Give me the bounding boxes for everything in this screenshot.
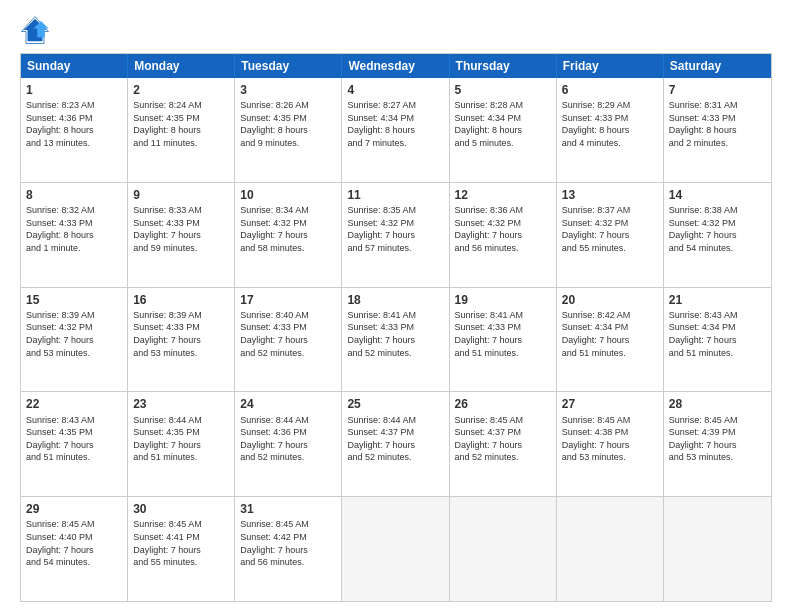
day-number: 3: [240, 82, 336, 98]
calendar-cell: 24Sunrise: 8:44 AM Sunset: 4:36 PM Dayli…: [235, 392, 342, 496]
day-number: 14: [669, 187, 766, 203]
calendar-cell: 4Sunrise: 8:27 AM Sunset: 4:34 PM Daylig…: [342, 78, 449, 182]
day-number: 26: [455, 396, 551, 412]
calendar-cell: 2Sunrise: 8:24 AM Sunset: 4:35 PM Daylig…: [128, 78, 235, 182]
calendar-header-cell: Thursday: [450, 54, 557, 78]
cell-text: Sunrise: 8:29 AM Sunset: 4:33 PM Dayligh…: [562, 99, 658, 149]
calendar-header-cell: Tuesday: [235, 54, 342, 78]
cell-text: Sunrise: 8:44 AM Sunset: 4:37 PM Dayligh…: [347, 414, 443, 464]
calendar-cell: 20Sunrise: 8:42 AM Sunset: 4:34 PM Dayli…: [557, 288, 664, 392]
day-number: 9: [133, 187, 229, 203]
cell-text: Sunrise: 8:45 AM Sunset: 4:42 PM Dayligh…: [240, 518, 336, 568]
cell-text: Sunrise: 8:23 AM Sunset: 4:36 PM Dayligh…: [26, 99, 122, 149]
calendar-cell: 26Sunrise: 8:45 AM Sunset: 4:37 PM Dayli…: [450, 392, 557, 496]
cell-text: Sunrise: 8:28 AM Sunset: 4:34 PM Dayligh…: [455, 99, 551, 149]
calendar-cell: 17Sunrise: 8:40 AM Sunset: 4:33 PM Dayli…: [235, 288, 342, 392]
day-number: 16: [133, 292, 229, 308]
day-number: 31: [240, 501, 336, 517]
calendar-week: 1Sunrise: 8:23 AM Sunset: 4:36 PM Daylig…: [21, 78, 771, 183]
calendar-cell: 31Sunrise: 8:45 AM Sunset: 4:42 PM Dayli…: [235, 497, 342, 601]
day-number: 20: [562, 292, 658, 308]
calendar-header-cell: Wednesday: [342, 54, 449, 78]
cell-text: Sunrise: 8:36 AM Sunset: 4:32 PM Dayligh…: [455, 204, 551, 254]
calendar-cell: 16Sunrise: 8:39 AM Sunset: 4:33 PM Dayli…: [128, 288, 235, 392]
calendar: SundayMondayTuesdayWednesdayThursdayFrid…: [20, 53, 772, 602]
calendar-week: 29Sunrise: 8:45 AM Sunset: 4:40 PM Dayli…: [21, 497, 771, 601]
calendar-header-cell: Sunday: [21, 54, 128, 78]
day-number: 25: [347, 396, 443, 412]
day-number: 6: [562, 82, 658, 98]
cell-text: Sunrise: 8:44 AM Sunset: 4:35 PM Dayligh…: [133, 414, 229, 464]
day-number: 21: [669, 292, 766, 308]
cell-text: Sunrise: 8:34 AM Sunset: 4:32 PM Dayligh…: [240, 204, 336, 254]
cell-text: Sunrise: 8:39 AM Sunset: 4:33 PM Dayligh…: [133, 309, 229, 359]
cell-text: Sunrise: 8:41 AM Sunset: 4:33 PM Dayligh…: [347, 309, 443, 359]
cell-text: Sunrise: 8:35 AM Sunset: 4:32 PM Dayligh…: [347, 204, 443, 254]
calendar-cell: 10Sunrise: 8:34 AM Sunset: 4:32 PM Dayli…: [235, 183, 342, 287]
calendar-cell: 18Sunrise: 8:41 AM Sunset: 4:33 PM Dayli…: [342, 288, 449, 392]
calendar-header-cell: Friday: [557, 54, 664, 78]
cell-text: Sunrise: 8:33 AM Sunset: 4:33 PM Dayligh…: [133, 204, 229, 254]
day-number: 22: [26, 396, 122, 412]
calendar-cell: 6Sunrise: 8:29 AM Sunset: 4:33 PM Daylig…: [557, 78, 664, 182]
calendar-cell: 8Sunrise: 8:32 AM Sunset: 4:33 PM Daylig…: [21, 183, 128, 287]
cell-text: Sunrise: 8:42 AM Sunset: 4:34 PM Dayligh…: [562, 309, 658, 359]
cell-text: Sunrise: 8:41 AM Sunset: 4:33 PM Dayligh…: [455, 309, 551, 359]
day-number: 17: [240, 292, 336, 308]
calendar-cell: [557, 497, 664, 601]
calendar-cell: 25Sunrise: 8:44 AM Sunset: 4:37 PM Dayli…: [342, 392, 449, 496]
calendar-header: SundayMondayTuesdayWednesdayThursdayFrid…: [21, 54, 771, 78]
calendar-cell: 29Sunrise: 8:45 AM Sunset: 4:40 PM Dayli…: [21, 497, 128, 601]
cell-text: Sunrise: 8:27 AM Sunset: 4:34 PM Dayligh…: [347, 99, 443, 149]
calendar-cell: 9Sunrise: 8:33 AM Sunset: 4:33 PM Daylig…: [128, 183, 235, 287]
calendar-cell: 7Sunrise: 8:31 AM Sunset: 4:33 PM Daylig…: [664, 78, 771, 182]
calendar-cell: 27Sunrise: 8:45 AM Sunset: 4:38 PM Dayli…: [557, 392, 664, 496]
calendar-cell: 22Sunrise: 8:43 AM Sunset: 4:35 PM Dayli…: [21, 392, 128, 496]
cell-text: Sunrise: 8:45 AM Sunset: 4:38 PM Dayligh…: [562, 414, 658, 464]
calendar-cell: 1Sunrise: 8:23 AM Sunset: 4:36 PM Daylig…: [21, 78, 128, 182]
calendar-cell: 11Sunrise: 8:35 AM Sunset: 4:32 PM Dayli…: [342, 183, 449, 287]
cell-text: Sunrise: 8:38 AM Sunset: 4:32 PM Dayligh…: [669, 204, 766, 254]
cell-text: Sunrise: 8:26 AM Sunset: 4:35 PM Dayligh…: [240, 99, 336, 149]
calendar-cell: 30Sunrise: 8:45 AM Sunset: 4:41 PM Dayli…: [128, 497, 235, 601]
calendar-week: 15Sunrise: 8:39 AM Sunset: 4:32 PM Dayli…: [21, 288, 771, 393]
calendar-cell: 12Sunrise: 8:36 AM Sunset: 4:32 PM Dayli…: [450, 183, 557, 287]
cell-text: Sunrise: 8:45 AM Sunset: 4:41 PM Dayligh…: [133, 518, 229, 568]
day-number: 4: [347, 82, 443, 98]
calendar-header-cell: Saturday: [664, 54, 771, 78]
calendar-cell: 14Sunrise: 8:38 AM Sunset: 4:32 PM Dayli…: [664, 183, 771, 287]
calendar-week: 22Sunrise: 8:43 AM Sunset: 4:35 PM Dayli…: [21, 392, 771, 497]
day-number: 11: [347, 187, 443, 203]
day-number: 28: [669, 396, 766, 412]
day-number: 15: [26, 292, 122, 308]
cell-text: Sunrise: 8:44 AM Sunset: 4:36 PM Dayligh…: [240, 414, 336, 464]
day-number: 29: [26, 501, 122, 517]
day-number: 8: [26, 187, 122, 203]
logo: [20, 15, 54, 45]
day-number: 13: [562, 187, 658, 203]
calendar-cell: 19Sunrise: 8:41 AM Sunset: 4:33 PM Dayli…: [450, 288, 557, 392]
cell-text: Sunrise: 8:45 AM Sunset: 4:40 PM Dayligh…: [26, 518, 122, 568]
day-number: 23: [133, 396, 229, 412]
calendar-cell: [450, 497, 557, 601]
calendar-cell: 21Sunrise: 8:43 AM Sunset: 4:34 PM Dayli…: [664, 288, 771, 392]
day-number: 24: [240, 396, 336, 412]
calendar-body: 1Sunrise: 8:23 AM Sunset: 4:36 PM Daylig…: [21, 78, 771, 601]
cell-text: Sunrise: 8:31 AM Sunset: 4:33 PM Dayligh…: [669, 99, 766, 149]
cell-text: Sunrise: 8:40 AM Sunset: 4:33 PM Dayligh…: [240, 309, 336, 359]
cell-text: Sunrise: 8:32 AM Sunset: 4:33 PM Dayligh…: [26, 204, 122, 254]
cell-text: Sunrise: 8:43 AM Sunset: 4:35 PM Dayligh…: [26, 414, 122, 464]
calendar-header-cell: Monday: [128, 54, 235, 78]
calendar-cell: 13Sunrise: 8:37 AM Sunset: 4:32 PM Dayli…: [557, 183, 664, 287]
calendar-cell: [342, 497, 449, 601]
day-number: 7: [669, 82, 766, 98]
cell-text: Sunrise: 8:37 AM Sunset: 4:32 PM Dayligh…: [562, 204, 658, 254]
day-number: 30: [133, 501, 229, 517]
cell-text: Sunrise: 8:45 AM Sunset: 4:37 PM Dayligh…: [455, 414, 551, 464]
calendar-cell: 5Sunrise: 8:28 AM Sunset: 4:34 PM Daylig…: [450, 78, 557, 182]
logo-icon: [20, 15, 50, 45]
calendar-week: 8Sunrise: 8:32 AM Sunset: 4:33 PM Daylig…: [21, 183, 771, 288]
day-number: 12: [455, 187, 551, 203]
calendar-cell: 28Sunrise: 8:45 AM Sunset: 4:39 PM Dayli…: [664, 392, 771, 496]
day-number: 1: [26, 82, 122, 98]
